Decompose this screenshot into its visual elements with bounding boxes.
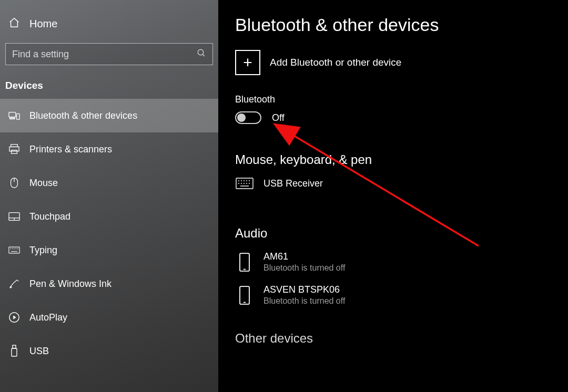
device-name: AM61 bbox=[263, 251, 345, 262]
sidebar-item-label: AutoPlay bbox=[29, 312, 67, 323]
svg-rect-39 bbox=[240, 286, 249, 304]
bluetooth-label: Bluetooth bbox=[235, 94, 568, 105]
sidebar-item-bluetooth[interactable]: Bluetooth & other devices bbox=[0, 99, 218, 132]
svg-point-20 bbox=[10, 286, 11, 287]
bluetooth-toggle-state: Off bbox=[272, 112, 285, 123]
svg-rect-24 bbox=[12, 348, 17, 356]
svg-line-1 bbox=[202, 54, 205, 56]
sidebar-home-label: Home bbox=[29, 18, 57, 30]
sidebar-nav-list: Bluetooth & other devices Printers & sca… bbox=[0, 99, 218, 368]
svg-rect-7 bbox=[12, 150, 17, 153]
settings-main: Bluetooth & other devices + Add Bluetoot… bbox=[218, 0, 568, 392]
device-name: ASVEN BTSPK06 bbox=[263, 284, 345, 295]
svg-rect-4 bbox=[17, 114, 20, 119]
search-icon bbox=[197, 48, 206, 60]
keyboard-icon bbox=[8, 246, 20, 254]
add-device-button[interactable]: + Add Bluetooth or other device bbox=[235, 50, 568, 75]
svg-rect-5 bbox=[11, 145, 18, 147]
bluetooth-devices-icon bbox=[8, 110, 20, 121]
home-icon bbox=[8, 17, 20, 30]
pen-icon bbox=[8, 278, 20, 290]
settings-sidebar: Home Devices Bluetooth & other devices bbox=[0, 0, 218, 392]
svg-rect-2 bbox=[9, 112, 16, 117]
device-status: Bluetooth is turned off bbox=[263, 296, 345, 306]
usb-icon bbox=[8, 345, 20, 357]
sidebar-item-label: Printers & scanners bbox=[29, 144, 112, 155]
keyboard-device-icon bbox=[235, 178, 254, 189]
sidebar-home[interactable]: Home bbox=[0, 0, 218, 43]
svg-marker-22 bbox=[13, 315, 16, 319]
sidebar-item-touchpad[interactable]: Touchpad bbox=[0, 200, 218, 233]
group-audio: Audio bbox=[235, 226, 568, 241]
sidebar-item-pen[interactable]: Pen & Windows Ink bbox=[0, 267, 218, 301]
group-mouse-keyboard-pen: Mouse, keyboard, & pen bbox=[235, 152, 568, 167]
sidebar-item-printers[interactable]: Printers & scanners bbox=[0, 132, 218, 166]
printer-icon bbox=[8, 144, 20, 154]
autoplay-icon bbox=[8, 312, 20, 323]
sidebar-item-label: Bluetooth & other devices bbox=[29, 110, 137, 121]
add-device-label: Add Bluetooth or other device bbox=[270, 57, 401, 68]
sidebar-item-label: Mouse bbox=[29, 178, 58, 189]
sidebar-item-autoplay[interactable]: AutoPlay bbox=[0, 301, 218, 334]
group-other-devices: Other devices bbox=[235, 331, 568, 346]
sidebar-item-label: Typing bbox=[29, 245, 57, 256]
sidebar-item-typing[interactable]: Typing bbox=[0, 233, 218, 267]
phone-device-icon bbox=[235, 286, 254, 305]
svg-rect-23 bbox=[13, 345, 16, 348]
sidebar-item-usb[interactable]: USB bbox=[0, 334, 218, 368]
mouse-icon bbox=[8, 177, 20, 189]
sidebar-item-label: Pen & Windows Ink bbox=[29, 278, 111, 290]
device-usb-receiver[interactable]: USB Receiver bbox=[235, 174, 568, 198]
device-audio-1[interactable]: ASVEN BTSPK06 Bluetooth is turned off bbox=[235, 281, 568, 314]
toggle-knob bbox=[237, 114, 246, 122]
svg-rect-37 bbox=[240, 253, 249, 271]
search-input[interactable] bbox=[12, 49, 197, 60]
sidebar-item-mouse[interactable]: Mouse bbox=[0, 166, 218, 200]
device-status: Bluetooth is turned off bbox=[263, 263, 345, 273]
svg-point-0 bbox=[198, 49, 204, 55]
phone-device-icon bbox=[235, 253, 254, 272]
page-title: Bluetooth & other devices bbox=[235, 15, 568, 35]
sidebar-search[interactable] bbox=[5, 43, 213, 65]
device-audio-0[interactable]: AM61 Bluetooth is turned off bbox=[235, 248, 568, 281]
sidebar-section-title: Devices bbox=[0, 65, 218, 99]
svg-rect-3 bbox=[10, 118, 15, 119]
sidebar-item-label: USB bbox=[29, 346, 49, 357]
bluetooth-toggle[interactable] bbox=[235, 111, 261, 124]
device-name: USB Receiver bbox=[263, 178, 323, 189]
plus-icon: + bbox=[235, 50, 260, 75]
touchpad-icon bbox=[8, 212, 20, 221]
svg-rect-13 bbox=[9, 247, 19, 253]
sidebar-item-label: Touchpad bbox=[29, 211, 70, 222]
